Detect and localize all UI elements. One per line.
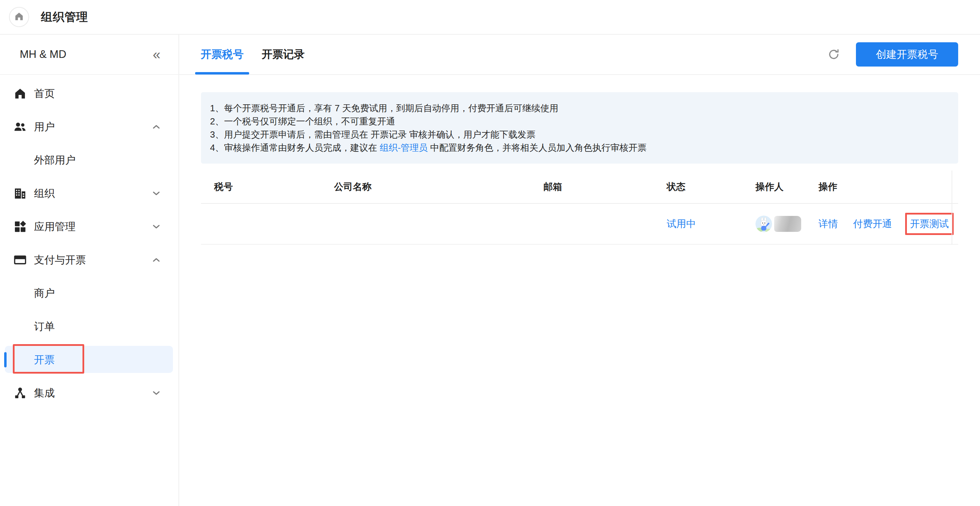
column-header-company: 公司名称 [334, 181, 543, 193]
sidebar-item-label: 开票 [34, 353, 55, 367]
sidebar-menu: 首页 用户 外部用户 组织 [0, 75, 178, 410]
paid-activate-link[interactable]: 付费开通 [853, 217, 892, 231]
sidebar-item-integration[interactable]: 集成 [0, 376, 178, 410]
sidebar-item-label: 组织 [34, 186, 55, 200]
sidebar-item-label: 商户 [34, 286, 55, 301]
invoice-test-link[interactable]: 开票测试 [910, 218, 949, 229]
integration-icon [13, 386, 27, 400]
tab-invoice-tax-number[interactable]: 开票税号 [195, 35, 249, 74]
chevron-down-icon[interactable] [151, 387, 162, 399]
sidebar-item-label: 支付与开票 [34, 253, 86, 267]
notice-line: 2、一个税号仅可绑定一个组织，不可重复开通 [210, 115, 949, 128]
chevron-up-icon[interactable] [151, 255, 162, 266]
cell-actions: 详情 付费开通 开票测试 [819, 213, 958, 235]
table-row: 试用中 详情 付费开通 开票测试 [201, 204, 958, 245]
tab-invoice-records[interactable]: 开票记录 [256, 35, 310, 74]
notice-line-text: 4、审核操作通常由财务人员完成，建议在 [210, 142, 380, 153]
sidebar-item-label: 首页 [34, 87, 55, 101]
home-icon [13, 87, 27, 100]
column-header-email: 邮箱 [543, 181, 667, 193]
status-badge: 试用中 [667, 217, 756, 231]
sidebar-item-invoicing[interactable]: 开票 [0, 343, 178, 376]
notice-line-text: 中配置财务角色，并将相关人员加入角色执行审核开票 [428, 142, 646, 153]
sidebar: MH & MD « 首页 用户 外部用户 [0, 35, 179, 506]
org-name: MH & MD [20, 48, 66, 60]
sidebar-item-payment-invoicing[interactable]: 支付与开票 [0, 243, 178, 277]
tab-bar: 开票税号 开票记录 创建开票税号 [179, 35, 980, 75]
sidebar-item-external-users[interactable]: 外部用户 [0, 143, 178, 177]
notice-line: 3、用户提交开票申请后，需由管理员在 开票记录 审核并确认，用户才能下载发票 [210, 128, 949, 141]
sidebar-item-merchant[interactable]: 商户 [0, 277, 178, 310]
org-admin-link[interactable]: 组织-管理员 [380, 142, 428, 153]
chevron-down-icon[interactable] [151, 188, 162, 199]
home-button[interactable] [9, 7, 29, 27]
notice-box: 1、每个开票税号开通后，享有 7 天免费试用，到期后自动停用，付费开通后可继续使… [201, 92, 958, 164]
chevron-up-icon[interactable] [151, 121, 162, 132]
users-icon [13, 120, 27, 134]
notice-line: 1、每个开票税号开通后，享有 7 天免费试用，到期后自动停用，付费开通后可继续使… [210, 102, 949, 115]
active-item-indicator [4, 352, 6, 368]
collapse-sidebar-icon[interactable]: « [153, 48, 161, 61]
sidebar-item-app-management[interactable]: 应用管理 [0, 210, 178, 243]
content-area: 1、每个开票税号开通后，享有 7 天免费试用，到期后自动停用，付费开通后可继续使… [179, 92, 980, 245]
cell-operators [756, 216, 819, 232]
home-icon [14, 11, 24, 23]
sidebar-item-label: 集成 [34, 386, 55, 400]
sidebar-item-orders[interactable]: 订单 [0, 310, 178, 343]
active-tab-underline [195, 72, 249, 75]
annotation-box-action: 开票测试 [905, 213, 954, 235]
sidebar-item-label: 应用管理 [34, 220, 76, 234]
column-header-operator: 操作人 [756, 181, 819, 193]
main-panel: 开票税号 开票记录 创建开票税号 1、每个开票税号开通后，享有 7 天免费试用，… [179, 35, 980, 506]
detail-link[interactable]: 详情 [819, 217, 838, 231]
rabbit-avatar [756, 216, 772, 232]
table-header: 税号 公司名称 邮箱 状态 操作人 操作 [201, 170, 958, 204]
apps-icon [13, 220, 27, 234]
page-title: 组织管理 [41, 10, 88, 25]
sidebar-item-home[interactable]: 首页 [0, 77, 178, 110]
building-icon [13, 186, 27, 200]
sidebar-header: MH & MD « [0, 35, 178, 75]
sidebar-item-organization[interactable]: 组织 [0, 177, 178, 210]
column-header-tax-no: 税号 [214, 181, 334, 193]
create-tax-number-button[interactable]: 创建开票税号 [856, 42, 958, 67]
refresh-icon[interactable] [827, 48, 841, 61]
chevron-down-icon[interactable] [151, 221, 162, 232]
sidebar-item-label: 订单 [34, 320, 55, 334]
top-bar: 组织管理 [0, 0, 980, 35]
notice-line: 4、审核操作通常由财务人员完成，建议在 组织-管理员 中配置财务角色，并将相关人… [210, 141, 949, 154]
sidebar-item-label: 外部用户 [34, 153, 76, 167]
sidebar-item-label: 用户 [34, 120, 55, 134]
tab-bar-actions: 创建开票税号 [827, 42, 980, 67]
active-item-highlight [5, 346, 173, 373]
tax-number-table: 税号 公司名称 邮箱 状态 操作人 操作 试用中 [201, 170, 958, 245]
credit-card-icon [13, 253, 27, 267]
sidebar-item-users[interactable]: 用户 [0, 110, 178, 143]
blurred-avatar [774, 216, 801, 232]
tab-label: 开票记录 [262, 47, 305, 62]
column-header-actions: 操作 [819, 181, 958, 193]
column-header-status: 状态 [667, 181, 756, 193]
tab-label: 开票税号 [200, 47, 243, 62]
